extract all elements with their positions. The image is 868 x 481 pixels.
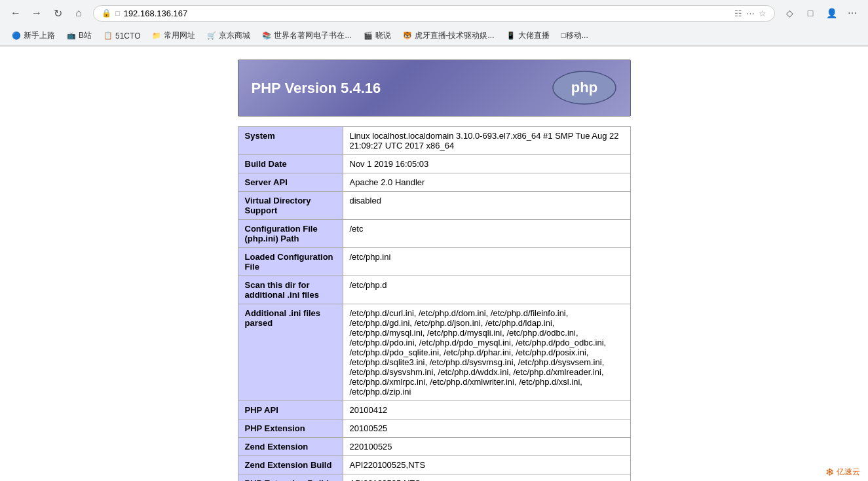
bookmark-label: 51CTO	[115, 31, 140, 41]
bookmark-label: 世界名著网电子书在...	[274, 30, 351, 41]
row-value: 20100525	[343, 419, 630, 438]
row-label: Zend Extension Build	[238, 456, 343, 474]
more-icon: ⋯	[746, 9, 755, 18]
table-row: Virtual Directory Supportdisabled	[238, 192, 630, 220]
browser-titlebar: ← → ↻ ⌂ 🔒 □ 192.168.136.167 ☷ ⋯ ☆ ◇ □ 👤 …	[0, 0, 868, 26]
browser-nav-controls: ← → ↻ ⌂	[7, 4, 88, 22]
bookmarks-bar: 🔵 新手上路 📺 B站 📋 51CTO 📁 常用网址 🛒 京东商城 📚 世界名著…	[0, 26, 868, 46]
row-label: System	[238, 127, 343, 155]
php-logo: php	[552, 70, 617, 106]
bookmark-label: B站	[79, 30, 92, 41]
table-row: PHP Extension20100525	[238, 419, 630, 438]
phpinfo-header: PHP Version 5.4.16 php	[238, 60, 631, 116]
bookmark-label: □移动...	[561, 30, 588, 41]
extensions-icon: ☷	[734, 9, 742, 18]
row-value: API20100525,NTS	[343, 474, 630, 482]
row-value: /etc/php.ini	[343, 248, 630, 276]
row-label: Additional .ini files parsed	[238, 304, 343, 401]
address-bar[interactable]: 🔒 □ 192.168.136.167 ☷ ⋯ ☆	[93, 5, 775, 22]
bookmark-label: 新手上路	[24, 30, 55, 41]
yisu-label: 亿速云	[837, 467, 860, 478]
bookmark-label: 京东商城	[219, 30, 250, 41]
sidebar-button[interactable]: ◇	[780, 4, 799, 22]
row-label: Server API	[238, 173, 343, 192]
row-label: Scan this dir for additional .ini files	[238, 276, 343, 304]
back-button[interactable]: ←	[7, 4, 25, 22]
row-value: Apache 2.0 Handler	[343, 173, 630, 192]
bookmark-icon: 📺	[67, 31, 76, 40]
row-value: /etc	[343, 220, 630, 248]
table-row: Zend Extension BuildAPI220100525,NTS	[238, 456, 630, 474]
table-row: Server APIApache 2.0 Handler	[238, 173, 630, 192]
table-row: Zend Extension220100525	[238, 438, 630, 456]
row-value: API220100525,NTS	[343, 456, 630, 474]
yisu-logo: ❄ 亿速云	[825, 466, 860, 478]
bookmark-icon: 🐯	[403, 31, 412, 40]
row-value: /etc/php.d/curl.ini, /etc/php.d/dom.ini,…	[343, 304, 630, 401]
row-label: Zend Extension	[238, 438, 343, 456]
home-button[interactable]: ⌂	[69, 4, 88, 22]
row-value: Nov 1 2019 16:05:03	[343, 155, 630, 173]
refresh-button[interactable]: ↻	[48, 4, 67, 22]
bookmark-item[interactable]: 🔵 新手上路	[7, 28, 60, 43]
status-bar: ❄ 亿速云	[818, 463, 868, 481]
row-label: Loaded Configuration File	[238, 248, 343, 276]
tab-button[interactable]: □	[801, 4, 820, 22]
bookmark-label: 大佬直播	[518, 30, 550, 41]
bookmark-item[interactable]: □移动...	[556, 28, 594, 43]
bookmark-label: 晓说	[375, 30, 391, 41]
bookmark-label: 虎牙直播-技术驱动娱...	[415, 30, 495, 41]
security-icon: 🔒	[102, 9, 111, 18]
address-input[interactable]: 192.168.136.167	[124, 9, 730, 18]
page-content: PHP Version 5.4.16 php SystemLinux local…	[0, 46, 868, 481]
row-value: disabled	[343, 192, 630, 220]
bookmark-icon: 🎬	[364, 31, 373, 40]
bookmark-icon: 📚	[262, 31, 271, 40]
phpinfo-title: PHP Version 5.4.16	[252, 80, 381, 97]
row-label: PHP Extension Build	[238, 474, 343, 482]
bookmark-item[interactable]: 📋 51CTO	[98, 29, 145, 43]
bookmark-icon: 📋	[104, 31, 113, 40]
bookmark-item[interactable]: 📱 大佬直播	[501, 28, 555, 43]
table-row: Additional .ini files parsed/etc/php.d/c…	[238, 304, 630, 401]
row-value: 20100412	[343, 401, 630, 419]
favorites-icon[interactable]: ☆	[759, 9, 766, 18]
yisu-icon: ❄	[825, 466, 834, 478]
bookmark-icon: 📱	[506, 31, 516, 40]
settings-button[interactable]: ⋯	[843, 4, 861, 22]
browser-chrome: ← → ↻ ⌂ 🔒 □ 192.168.136.167 ☷ ⋯ ☆ ◇ □ 👤 …	[0, 0, 868, 46]
row-value: Linux localhost.localdomain 3.10.0-693.e…	[343, 127, 630, 155]
table-row: PHP Extension BuildAPI20100525,NTS	[238, 474, 630, 482]
bookmark-icon: 🛒	[207, 31, 216, 40]
row-label: PHP API	[238, 401, 343, 419]
table-row: Configuration File (php.ini) Path/etc	[238, 220, 630, 248]
table-row: Build DateNov 1 2019 16:05:03	[238, 155, 630, 173]
table-row: Scan this dir for additional .ini files/…	[238, 276, 630, 304]
table-row: SystemLinux localhost.localdomain 3.10.0…	[238, 127, 630, 155]
table-row: Loaded Configuration File/etc/php.ini	[238, 248, 630, 276]
bookmark-item[interactable]: 📁 常用网址	[147, 28, 200, 43]
bookmark-icon: 📁	[152, 31, 161, 40]
row-label: PHP Extension	[238, 419, 343, 438]
bookmark-item[interactable]: 🎬 晓说	[358, 28, 396, 43]
table-row: PHP API20100412	[238, 401, 630, 419]
bookmark-item[interactable]: 📺 B站	[62, 28, 97, 43]
bookmark-icon: 🔵	[12, 31, 21, 40]
bookmark-item[interactable]: 🛒 京东商城	[202, 28, 255, 43]
bookmark-label: 常用网址	[164, 30, 195, 41]
row-label: Configuration File (php.ini) Path	[238, 220, 343, 248]
row-value: /etc/php.d	[343, 276, 630, 304]
browser-actions: ◇ □ 👤 ⋯	[780, 4, 861, 22]
row-label: Build Date	[238, 155, 343, 173]
forward-button[interactable]: →	[28, 4, 46, 22]
row-label: Virtual Directory Support	[238, 192, 343, 220]
row-value: 220100525	[343, 438, 630, 456]
bookmark-item[interactable]: 📚 世界名著网电子书在...	[257, 28, 356, 43]
phpinfo-table: SystemLinux localhost.localdomain 3.10.0…	[238, 126, 631, 481]
bookmark-item[interactable]: 🐯 虎牙直播-技术驱动娱...	[398, 28, 500, 43]
profile-button[interactable]: 👤	[822, 4, 840, 22]
svg-text:php: php	[571, 79, 597, 96]
cert-icon: □	[115, 9, 120, 17]
